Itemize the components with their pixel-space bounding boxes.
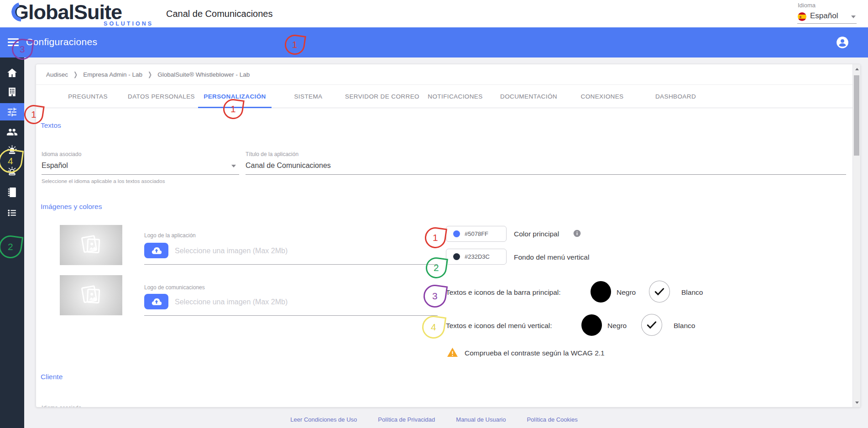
color-swatch-blue — [453, 230, 460, 237]
barra-negro-radio[interactable] — [591, 281, 611, 303]
titulo-aplicacion-label: Título de la aplicación — [246, 151, 298, 157]
section-title-imagenes: Imágenes y colores — [41, 203, 102, 211]
settings-card: Audisec ❯ Empresa Admin - Lab ❯ GlobalSu… — [36, 64, 861, 407]
tab-conexiones[interactable]: CONEXIONES — [565, 85, 639, 108]
logo-app-preview — [60, 225, 122, 265]
language-value: Español — [810, 11, 838, 21]
upload-cloud-button[interactable] — [144, 243, 168, 258]
idioma-asociado-select[interactable]: Español — [42, 162, 68, 170]
primary-toolbar: Configuraciones — [0, 27, 868, 57]
footer-link-cookies[interactable]: Política de Cookies — [527, 416, 577, 423]
building-icon[interactable] — [6, 86, 18, 98]
idioma-asociado-label: Idioma asociado — [42, 151, 81, 157]
section-title-textos: Textos — [41, 121, 61, 130]
color-principal-hex: #5078FF — [465, 230, 488, 237]
titulo-aplicacion-input[interactable]: Canal de Comunicaciones — [246, 162, 331, 170]
tab-datos-personales[interactable]: DATOS PERSONALES — [125, 85, 198, 108]
idioma-underline — [42, 174, 239, 175]
notebook-icon[interactable] — [6, 187, 18, 198]
tab-notificaciones[interactable]: NOTIFICACIONES — [418, 85, 492, 108]
language-label: Idioma — [798, 2, 816, 9]
idioma-helper-text: Seleccione el idioma aplicable a los tex… — [42, 178, 165, 184]
tab-preguntas[interactable]: PREGUNTAS — [51, 85, 125, 108]
barra-principal-row-label: Textos e iconos de la barra principal: — [446, 288, 561, 297]
menu-vertical-row-label: Textos e iconos del menú vertical: — [446, 322, 552, 330]
color-principal-label: Color principal — [514, 230, 559, 238]
menu-negro-radio[interactable] — [581, 314, 602, 336]
breadcrumb: Audisec ❯ Empresa Admin - Lab ❯ GlobalSu… — [36, 64, 860, 85]
chevron-right-icon: ❯ — [73, 71, 78, 78]
wcag-warning-text: Comprueba el contraste según la WCAG 2.1 — [465, 349, 605, 357]
page-title: Canal de Comunicaciones — [166, 0, 272, 27]
tab-servidor-de-correo[interactable]: SERVIDOR DE CORREO — [345, 85, 418, 108]
scrollbar-thumb[interactable] — [854, 75, 859, 156]
globalsuite-logo: GlobalSuite SOLUTIONS — [13, 0, 163, 27]
barra-blanco-radio-selected[interactable] — [649, 281, 670, 303]
tab-sistema[interactable]: SISTEMA — [272, 85, 345, 108]
color-fondo-chip[interactable]: #232D3C — [446, 249, 507, 265]
sliders-icon[interactable] — [6, 106, 18, 118]
logo-solutions-text: SOLUTIONS — [67, 21, 153, 27]
color-principal-chip[interactable]: #5078FF — [446, 226, 507, 242]
footer-links: Leer Condiciones de Uso Política de Priv… — [0, 416, 868, 423]
account-circle-icon[interactable] — [836, 36, 849, 49]
color-fondo-hex: #232D3C — [465, 253, 490, 260]
breadcrumb-item-audisec[interactable]: Audisec — [46, 71, 68, 78]
people-icon[interactable] — [6, 126, 18, 138]
logo-com-label: Logo de comunicaciones — [144, 284, 205, 291]
chevron-down-icon — [851, 16, 856, 18]
logo-app-placeholder[interactable]: Seleccione una imagen (Max 2Mb) — [175, 247, 288, 255]
logo-g-arc — [11, 2, 31, 21]
breadcrumb-item-whistleblower[interactable]: GlobalSuite® Whistleblower - Lab — [157, 71, 250, 78]
vertical-scrollbar[interactable] — [852, 64, 860, 407]
menu-negro-label: Negro — [607, 322, 627, 330]
logo-com-underline — [144, 315, 438, 316]
chevron-right-icon: ❯ — [148, 71, 152, 78]
titulo-underline — [246, 174, 846, 175]
app-window: GlobalSuite SOLUTIONS Canal de Comunicac… — [0, 0, 868, 428]
breadcrumb-item-empresa[interactable]: Empresa Admin - Lab — [83, 71, 142, 78]
spain-flag-icon — [798, 12, 806, 21]
chevron-down-icon — [231, 165, 236, 167]
logo-app-underline — [144, 264, 438, 265]
color-swatch-dark — [453, 253, 460, 260]
barra-blanco-label: Blanco — [681, 288, 703, 297]
toolbar-title: Configuraciones — [26, 27, 97, 57]
list-icon[interactable] — [6, 207, 18, 219]
tab-bar: PREGUNTAS DATOS PERSONALES PERSONALIZACI… — [51, 85, 712, 108]
scroll-down-arrow[interactable] — [853, 399, 861, 406]
footer-link-privacidad[interactable]: Política de Privacidad — [378, 416, 435, 423]
scroll-up-arrow[interactable] — [853, 65, 861, 73]
logo-com-preview — [60, 275, 122, 315]
menu-blanco-label: Blanco — [674, 322, 695, 330]
logo-app-label: Logo de la aplicación — [144, 232, 196, 239]
language-select[interactable]: Español — [797, 10, 857, 24]
top-header: GlobalSuite SOLUTIONS Canal de Comunicac… — [0, 0, 868, 27]
barra-negro-label: Negro — [617, 288, 636, 297]
menu-blanco-radio-selected[interactable] — [641, 314, 662, 336]
upload-cloud-button[interactable] — [144, 294, 168, 309]
info-icon[interactable] — [573, 230, 581, 237]
warning-icon — [447, 348, 458, 357]
color-fondo-label: Fondo del menú vertical — [514, 253, 589, 261]
logo-com-placeholder[interactable]: Seleccione una imagen (Max 2Mb) — [175, 298, 288, 306]
footer-link-condiciones[interactable]: Leer Condiciones de Uso — [290, 416, 357, 423]
section-title-cliente: Cliente — [41, 373, 63, 381]
footer-link-manual[interactable]: Manual de Usuario — [456, 416, 506, 423]
cliente-idioma-label-clipped: Idioma asociado — [42, 405, 81, 407]
home-icon[interactable] — [6, 67, 18, 78]
tab-documentacion[interactable]: DOCUMENTACIÓN — [492, 85, 565, 108]
tab-dashboard[interactable]: DASHBOARD — [639, 85, 712, 108]
